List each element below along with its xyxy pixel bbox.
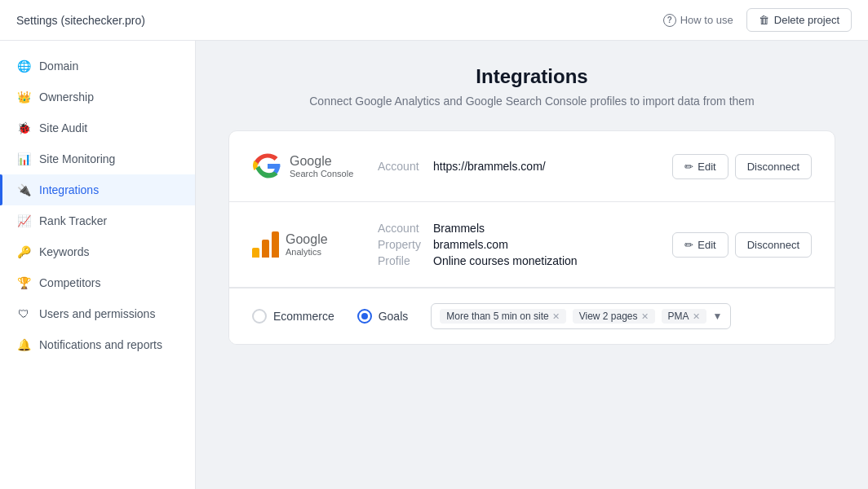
tag-2: PMA ✕ (662, 309, 706, 324)
goals-label: Goals (379, 310, 409, 323)
main-layout: 🌐 Domain 👑 Ownership 🐞 Site Audit 📊 Site… (0, 41, 868, 489)
gsc-logo: Google Search Console (252, 151, 358, 182)
sidebar-item-label: Integrations (39, 183, 99, 196)
sidebar-item-keywords[interactable]: 🔑 Keywords (0, 236, 195, 267)
page-header: Integrations Connect Google Analytics an… (228, 65, 835, 108)
ga-profile-row: Profile Online courses monetization (378, 254, 653, 267)
tag-remove-2[interactable]: ✕ (693, 312, 700, 321)
gsc-account-row: Account https://brammels.com/ (378, 160, 653, 173)
ga-google-text: Google (286, 231, 328, 247)
ga-property-row: Property brammels.com (378, 238, 653, 251)
sidebar-item-rank-tracker[interactable]: 📈 Rank Tracker (0, 205, 195, 236)
google-g-icon (252, 151, 283, 182)
ga-analytics-text: Analytics (286, 247, 328, 258)
ga-profile-label: Profile (378, 254, 427, 267)
gsc-info: Account https://brammels.com/ (378, 160, 653, 173)
gsc-actions: ✏ Edit Disconnect (672, 154, 812, 179)
ecommerce-radio-circle (252, 309, 267, 324)
top-bar-actions: ? How to use 🗑 Delete project (663, 8, 852, 32)
ecommerce-radio[interactable]: Ecommerce (252, 309, 334, 324)
gsc-google-text: Google (290, 153, 353, 169)
pencil-icon: ✏ (684, 239, 693, 251)
site-audit-icon: 🐞 (16, 121, 31, 135)
ga-actions: ✏ Edit Disconnect (672, 232, 812, 258)
dropdown-arrow-icon: ▼ (713, 311, 723, 322)
sidebar-item-label: Users and permissions (39, 307, 155, 320)
ga-disconnect-button[interactable]: Disconnect (735, 232, 812, 258)
content-area: Integrations Connect Google Analytics an… (196, 41, 868, 489)
page-subtitle: Connect Google Analytics and Google Sear… (228, 95, 835, 108)
ecommerce-label: Ecommerce (273, 310, 334, 323)
tag-0: More than 5 min on site ✕ (440, 309, 565, 324)
delete-project-label: Delete project (774, 14, 839, 26)
gsc-console-text: Search Console (290, 169, 353, 179)
ga-profile-value: Online courses monetization (433, 254, 578, 267)
site-monitoring-icon: 📊 (16, 152, 31, 166)
ga-account-value: Brammels (433, 222, 485, 235)
tag-label-2: PMA (668, 311, 689, 322)
sidebar-item-domain[interactable]: 🌐 Domain (0, 51, 195, 82)
sidebar-item-label: Domain (39, 59, 78, 73)
top-bar: Settings (sitechecker.pro) ? How to use … (0, 0, 868, 41)
sidebar-item-label: Keywords (39, 245, 89, 258)
goals-radio-circle (357, 309, 372, 324)
ga-property-label: Property (378, 238, 427, 251)
pencil-icon: ✏ (684, 161, 693, 173)
domain-icon: 🌐 (16, 59, 31, 73)
ga-disconnect-label: Disconnect (747, 239, 799, 251)
ga-section: Google Analytics Account Brammels (229, 202, 835, 344)
tag-1: View 2 pages ✕ (573, 309, 655, 324)
gsc-card: Google Search Console Account https://br… (229, 131, 835, 202)
how-to-use-label: How to use (680, 14, 733, 26)
integrations-icon: 🔌 (16, 183, 31, 197)
integrations-cards: Google Search Console Account https://br… (228, 130, 835, 345)
tag-label-0: More than 5 min on site (446, 311, 548, 322)
goals-section: Ecommerce Goals More than 5 min on site … (229, 288, 835, 344)
ga-edit-label: Edit (698, 239, 715, 251)
ga-edit-button[interactable]: ✏ Edit (672, 232, 728, 258)
sidebar-item-label: Notifications and reports (39, 338, 162, 351)
sidebar-item-label: Rank Tracker (39, 214, 107, 227)
sidebar-item-label: Ownership (39, 90, 94, 104)
users-permissions-icon: 🛡 (16, 306, 31, 321)
tag-remove-1[interactable]: ✕ (641, 312, 649, 321)
sidebar-item-site-monitoring[interactable]: 📊 Site Monitoring (0, 143, 195, 174)
sidebar-item-competitors[interactable]: 🏆 Competitors (0, 267, 195, 298)
ga-info: Account Brammels Property brammels.com P… (378, 222, 653, 267)
competitors-icon: 🏆 (16, 275, 31, 290)
gsc-disconnect-button[interactable]: Disconnect (735, 154, 812, 179)
ga-account-row: Account Brammels (378, 222, 653, 235)
sidebar-item-site-audit[interactable]: 🐞 Site Audit (0, 112, 195, 143)
ga-logo: Google Analytics (252, 231, 358, 258)
sidebar-item-integrations[interactable]: 🔌 Integrations (0, 174, 195, 205)
ga-card: Google Analytics Account Brammels (229, 202, 835, 288)
ga-property-value: brammels.com (433, 238, 508, 251)
sidebar-item-ownership[interactable]: 👑 Ownership (0, 82, 195, 112)
notifications-icon: 🔔 (16, 337, 31, 352)
gsc-edit-button[interactable]: ✏ Edit (672, 154, 728, 179)
goals-radio[interactable]: Goals (357, 309, 409, 324)
ga-bars-icon (252, 231, 279, 258)
sidebar: 🌐 Domain 👑 Ownership 🐞 Site Audit 📊 Site… (0, 41, 196, 489)
sidebar-item-label: Competitors (39, 276, 100, 289)
gsc-account-value: https://brammels.com/ (433, 160, 546, 173)
ga-account-label: Account (378, 222, 427, 235)
gsc-account-label: Account (378, 160, 427, 173)
tag-remove-0[interactable]: ✕ (552, 312, 560, 321)
sidebar-item-users-permissions[interactable]: 🛡 Users and permissions (0, 298, 195, 329)
ownership-icon: 👑 (16, 90, 31, 104)
top-bar-title: Settings (sitechecker.pro) (16, 14, 145, 27)
sidebar-item-notifications[interactable]: 🔔 Notifications and reports (0, 329, 195, 360)
how-to-use-link[interactable]: ? How to use (663, 14, 733, 27)
help-icon: ? (663, 14, 676, 27)
sidebar-item-label: Site Monitoring (39, 152, 115, 165)
tag-label-1: View 2 pages (579, 311, 638, 322)
page-title: Integrations (228, 65, 835, 88)
delete-project-button[interactable]: 🗑 Delete project (746, 8, 852, 32)
sidebar-item-label: Site Audit (39, 121, 87, 134)
gsc-edit-label: Edit (698, 161, 715, 173)
keywords-icon: 🔑 (16, 244, 31, 259)
trash-icon: 🗑 (759, 14, 769, 26)
goals-tags-dropdown[interactable]: More than 5 min on site ✕ View 2 pages ✕… (431, 303, 731, 329)
gsc-disconnect-label: Disconnect (747, 161, 799, 173)
